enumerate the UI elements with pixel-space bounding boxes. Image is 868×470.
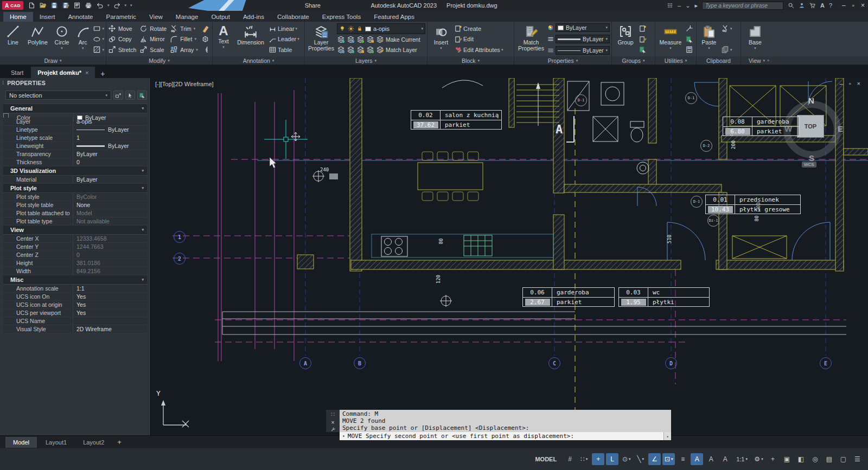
ortho-mode-icon[interactable]: L	[606, 453, 618, 465]
annotation-monitor-icon[interactable]: +	[767, 453, 779, 465]
group-edit-icon[interactable]	[639, 35, 647, 44]
quick-calculator-icon[interactable]	[685, 45, 693, 54]
grid-display-icon[interactable]: #	[564, 453, 576, 465]
ribbon-tab[interactable]: Annotate	[61, 12, 99, 22]
save-as-icon[interactable]	[62, 2, 69, 9]
measure-button[interactable]: Measure▾	[657, 23, 684, 55]
qat-customize-icon[interactable]: ▾	[130, 3, 132, 8]
hardware-acceleration-icon[interactable]: ▤	[823, 453, 835, 465]
ribbon-tab[interactable]: Featured Apps	[367, 12, 421, 22]
annotation-people-icon[interactable]: A	[719, 453, 731, 465]
quick-select-icon[interactable]	[137, 91, 147, 100]
workspace-switching-icon[interactable]: ⚙ ▾	[752, 453, 765, 465]
match-properties-button[interactable]: Match Properties	[516, 23, 546, 55]
polar-tracking-icon[interactable]: ⊙ ▾	[620, 453, 633, 465]
ribbon-tab[interactable]: Home	[3, 12, 33, 22]
app-store-cart-icon[interactable]	[809, 2, 816, 9]
compass-east-label[interactable]: E	[838, 124, 843, 133]
lineweight-dropdown[interactable]: ByLayer▾	[556, 35, 610, 43]
command-options-icon[interactable]: ▾	[342, 434, 345, 439]
table-button[interactable]: Table	[269, 45, 299, 54]
annotation-visibility-icon[interactable]: A	[691, 453, 703, 465]
snap-mode-icon[interactable]: ∷ ▾	[578, 453, 590, 465]
save-icon[interactable]	[50, 2, 58, 9]
layer-dropdown[interactable]: a-opis ▾	[337, 23, 425, 34]
polyline-button[interactable]: Polyline	[25, 23, 50, 55]
clean-screen-icon[interactable]: ▢	[837, 453, 850, 465]
annotation-panel-label[interactable]: Annotation▾	[213, 56, 304, 65]
print-icon[interactable]	[85, 2, 92, 9]
annotation-autoscale-icon[interactable]: A	[705, 453, 717, 465]
layer-lock-tool-icon[interactable]	[366, 35, 374, 43]
paste-button[interactable]: Paste▾	[698, 23, 720, 55]
new-drawing-tab-button[interactable]: +	[96, 69, 109, 78]
block-create-button[interactable]: Create	[454, 24, 503, 33]
drawing-canvas[interactable]: [-][Top][2D Wireframe] – ▫ × N W E S TOP…	[151, 78, 868, 435]
mirror-button[interactable]: Mirror	[139, 34, 167, 44]
ribbon-tab[interactable]: Collaborate	[271, 12, 316, 22]
trim-button[interactable]: Trim▾	[170, 23, 198, 34]
explode-button[interactable]	[201, 34, 209, 44]
offset-button[interactable]	[201, 44, 209, 55]
ribbon-tab[interactable]: Output	[205, 12, 237, 22]
layer-on-icon[interactable]	[337, 46, 345, 54]
command-grip-icon[interactable]: ∷	[331, 411, 335, 418]
properties-panel-label[interactable]: Properties▾	[514, 56, 611, 65]
arc-button[interactable]: Arc▾	[74, 23, 92, 55]
sign-in-icon[interactable]	[799, 2, 805, 9]
group-button[interactable]: Group	[614, 23, 637, 55]
hatch-button[interactable]: ▾	[93, 45, 104, 54]
quick-properties-icon[interactable]: ▣	[781, 453, 793, 465]
cut-icon[interactable]: ▾	[721, 24, 732, 33]
match-layer-button[interactable]: Match Layer	[376, 44, 417, 55]
palette-section-header[interactable]: View▾	[3, 226, 147, 235]
copy-button[interactable]: Copy	[108, 34, 136, 44]
utilities-panel-label[interactable]: Utilities▾	[655, 56, 696, 65]
compass-north-label[interactable]: N	[808, 96, 814, 105]
graphics-performance-icon[interactable]: ◧	[795, 453, 807, 465]
file-tab-start[interactable]: Start	[4, 67, 30, 78]
undo-caret-icon[interactable]: ▾	[107, 3, 110, 8]
isometric-drafting-icon[interactable]: ╲ ▾	[634, 453, 647, 465]
layer-unisolate-icon[interactable]	[347, 46, 355, 54]
linear-button[interactable]: Linear▾	[269, 24, 299, 33]
command-wrench-icon[interactable]	[330, 427, 336, 432]
select-objects-icon[interactable]	[125, 91, 135, 100]
toggle-pickadd-icon[interactable]	[113, 91, 123, 100]
stretch-button[interactable]: Stretch	[108, 44, 136, 55]
insert-block-button[interactable]: Insert▾	[429, 23, 453, 55]
layout-tab[interactable]: Model	[5, 437, 37, 448]
command-expand-icon[interactable]: ▴	[663, 432, 671, 440]
search-input[interactable]	[702, 2, 783, 10]
palette-section-header[interactable]: 3D Visualization▾	[3, 166, 147, 176]
restore-button[interactable]: ▫	[852, 2, 854, 9]
ribbon-tab[interactable]: Add-ins	[237, 12, 271, 22]
redo-caret-icon[interactable]: ▾	[125, 3, 127, 8]
scale-button[interactable]: Scale	[139, 44, 167, 55]
viewport-restore-icon[interactable]: ▫	[849, 80, 851, 87]
object-snap-icon[interactable]: ⊡ ▾	[662, 453, 675, 465]
file-tab-document[interactable]: Projekt domku*×	[31, 67, 95, 78]
layout-tab[interactable]: Layout1	[38, 437, 74, 448]
make-current-button[interactable]: Make Current	[376, 34, 420, 44]
autocad-logo[interactable]: ACAD	[2, 1, 23, 10]
palette-section-header[interactable]: Misc▾	[3, 275, 147, 285]
object-snap-tracking-icon[interactable]: ∠	[648, 453, 661, 465]
ribbon-tab[interactable]: View	[143, 12, 169, 22]
annotation-scale-button[interactable]: 1:1 ▾	[733, 453, 751, 465]
line-button[interactable]: Line	[2, 23, 24, 55]
block-panel-label[interactable]: Block▾	[427, 56, 514, 65]
group-selection-icon[interactable]	[639, 45, 647, 54]
block-edit-button[interactable]: Edit	[454, 35, 503, 44]
layer-isolate-icon[interactable]	[347, 35, 355, 43]
erase-button[interactable]	[201, 23, 209, 34]
ribbon-tab[interactable]: Insert	[33, 12, 62, 22]
search-expand-icon[interactable]: ▸	[694, 2, 698, 9]
command-input[interactable]: ▾ MOVE Specify second point or <use firs…	[340, 432, 671, 440]
viewport-close-icon[interactable]: ×	[857, 80, 860, 87]
palette-section-header[interactable]: Plot style▾	[3, 184, 147, 193]
ribbon-tab[interactable]: Manage	[169, 12, 205, 22]
modify-panel-label[interactable]: Modify▾	[106, 56, 212, 65]
rectangle-button[interactable]: ▾	[93, 24, 104, 33]
move-button[interactable]: Move	[108, 23, 136, 34]
